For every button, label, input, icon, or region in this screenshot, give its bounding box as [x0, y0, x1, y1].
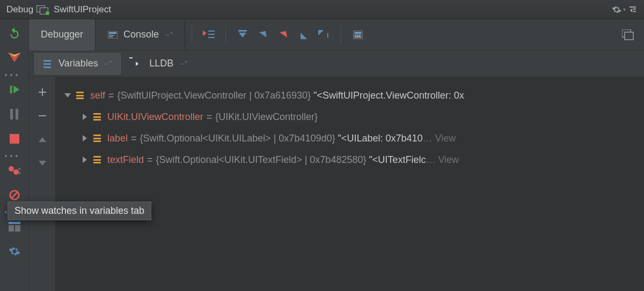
- var-trail: … View: [426, 149, 459, 170]
- equals-sign: =: [131, 128, 137, 149]
- hide-panel-icon[interactable]: [626, 3, 640, 17]
- project-name: SwiftUIProject: [54, 4, 111, 15]
- evaluate-expression-icon[interactable]: [350, 27, 366, 43]
- svg-rect-2: [16, 109, 18, 120]
- var-name: textField: [107, 149, 144, 170]
- debugger-subtabs: Variables →" LLDB →": [29, 50, 644, 77]
- svg-point-4: [9, 166, 14, 171]
- variables-icon: [43, 60, 53, 68]
- step-into-icon[interactable]: [255, 27, 271, 43]
- pause-program-icon[interactable]: [5, 105, 24, 124]
- disclosure-triangle-icon[interactable]: [83, 114, 87, 120]
- tree-row-label[interactable]: label = {Swift.Optional<UIKit.UILabel> |…: [59, 128, 644, 149]
- var-name: label: [107, 128, 128, 149]
- force-step-into-icon[interactable]: [275, 27, 291, 43]
- swift-build-icon[interactable]: [5, 48, 24, 68]
- svg-rect-3: [10, 134, 19, 144]
- move-up-icon[interactable]: [35, 132, 50, 147]
- svg-rect-14: [109, 32, 116, 34]
- debugger-toolbar: Debugger Console →" I: [29, 19, 644, 50]
- pin-icon: →": [103, 59, 112, 68]
- tree-row-uiviewcontroller[interactable]: UIKit.UIViewController = {UIKit.UIViewCo…: [59, 106, 644, 128]
- show-execution-point-icon[interactable]: [201, 27, 217, 43]
- equals-sign: =: [207, 106, 213, 128]
- debug-title-bar: Debug SwiftUIProject ▾: [0, 0, 644, 19]
- view-breakpoints-icon[interactable]: [5, 161, 24, 180]
- subtab-lldb[interactable]: LLDB →": [125, 53, 196, 74]
- run-to-cursor-icon[interactable]: I: [316, 27, 332, 43]
- settings-gear-icon[interactable]: ▾: [612, 3, 626, 17]
- svg-rect-12: [15, 225, 20, 232]
- left-action-rail: [0, 19, 29, 291]
- var-desc: "<SwiftUIProject.ViewController: 0x: [313, 85, 464, 106]
- var-trail: … View: [423, 128, 456, 149]
- svg-rect-18: [625, 32, 633, 40]
- tab-debugger-label: Debugger: [41, 29, 83, 40]
- step-over-icon[interactable]: [235, 27, 251, 43]
- tab-console[interactable]: Console →": [96, 19, 185, 50]
- var-type: {Swift.Optional<UIKit.UILabel> | 0x7b410…: [140, 128, 335, 149]
- svg-rect-10: [9, 222, 20, 224]
- new-watch-icon[interactable]: [35, 85, 50, 100]
- var-name: self: [90, 85, 105, 106]
- var-type: {Swift.Optional<UIKit.UITextField> | 0x7…: [156, 149, 367, 170]
- svg-rect-16: [109, 36, 113, 38]
- move-down-icon[interactable]: [35, 155, 50, 170]
- var-desc: "<UILabel: 0x7b410: [338, 128, 422, 149]
- tree-row-self[interactable]: self = {SwiftUIProject.ViewController | …: [59, 85, 644, 106]
- svg-point-6: [18, 168, 20, 170]
- resume-program-icon[interactable]: [5, 80, 24, 99]
- variables-gutter: [29, 77, 56, 291]
- var-name: UIKit.UIViewController: [107, 106, 203, 128]
- var-desc: "<UITextFielc: [369, 149, 426, 170]
- lldb-icon: [134, 60, 144, 68]
- project-icon: [36, 5, 48, 14]
- variables-pane: self = {SwiftUIProject.ViewController | …: [29, 77, 644, 291]
- svg-point-7: [18, 172, 20, 174]
- tab-debugger[interactable]: Debugger: [29, 19, 96, 50]
- struct-icon: [93, 135, 102, 142]
- disclosure-triangle-icon[interactable]: [83, 135, 87, 141]
- tooltip-show-watches: Show watches in variables tab: [8, 202, 151, 220]
- tree-row-textfield[interactable]: textField = {Swift.Optional<UIKit.UIText…: [59, 149, 644, 170]
- rerun-icon[interactable]: [5, 24, 24, 43]
- struct-icon: [93, 113, 102, 121]
- debug-settings-gear-icon[interactable]: [5, 242, 24, 261]
- panel-title: Debug: [6, 4, 33, 15]
- var-type: {SwiftUIProject.ViewController | 0x7a616…: [118, 85, 311, 106]
- disclosure-triangle-icon[interactable]: [83, 156, 87, 163]
- restore-layout-icon[interactable]: [620, 27, 635, 42]
- subtab-variables-label: Variables: [58, 58, 98, 69]
- svg-point-5: [13, 169, 19, 175]
- pin-icon: →": [163, 31, 173, 39]
- struct-icon: [76, 92, 85, 99]
- svg-line-9: [11, 192, 18, 199]
- toolbar-separator: [192, 26, 192, 44]
- pin-icon: →": [178, 59, 187, 68]
- equals-sign: =: [147, 149, 153, 170]
- tab-console-label: Console: [123, 29, 159, 40]
- svg-rect-0: [10, 86, 12, 94]
- subtab-variables[interactable]: Variables →": [34, 53, 121, 74]
- variables-tree[interactable]: self = {SwiftUIProject.ViewController | …: [56, 77, 644, 291]
- step-out-icon[interactable]: [296, 27, 312, 43]
- var-type: {UIKit.UIViewController}: [215, 106, 318, 128]
- toolbar-separator: [225, 26, 226, 44]
- svg-rect-1: [10, 109, 13, 120]
- equals-sign: =: [108, 85, 114, 106]
- disclosure-triangle-icon[interactable]: [64, 93, 71, 98]
- toolbar-separator: [341, 26, 341, 44]
- struct-icon: [93, 156, 102, 163]
- remove-watch-icon[interactable]: [35, 108, 50, 123]
- stop-program-icon[interactable]: [5, 129, 24, 148]
- subtab-lldb-label: LLDB: [149, 58, 173, 69]
- svg-rect-15: [109, 35, 114, 36]
- console-icon: [107, 31, 118, 39]
- svg-rect-11: [9, 225, 14, 232]
